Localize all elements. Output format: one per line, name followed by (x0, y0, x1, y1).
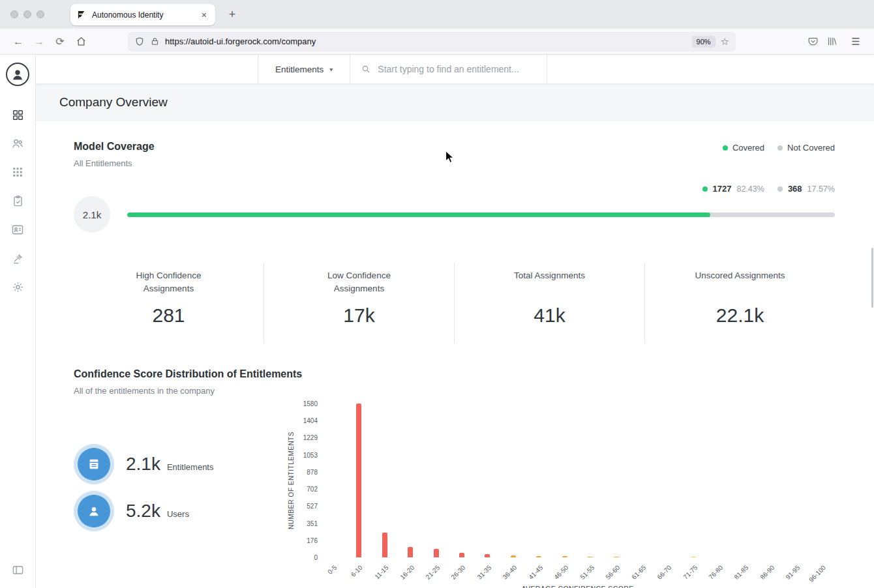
x-label-slot: 6-10 (346, 560, 371, 585)
sidebar-item-dashboard[interactable] (0, 100, 35, 129)
confidence-distribution-chart: NUMBER OF ENTITLEMENTS 01763515277028781… (289, 401, 835, 588)
stat-value: 281 (74, 304, 264, 327)
bar-71-75 (691, 557, 696, 557)
search-icon (361, 64, 371, 74)
x-label-slot: 71-75 (680, 560, 706, 585)
page-title: Company Overview (59, 95, 168, 110)
bookmark-star-icon[interactable]: ☆ (721, 36, 729, 48)
x-label-slot: 11-15 (372, 560, 397, 585)
url-text[interactable]: https://autoid-ui.forgerock.com/company (165, 37, 687, 46)
bar-slot (578, 404, 603, 557)
chevron-down-icon: ▾ (329, 66, 333, 73)
sidebar-item-certifications[interactable] (0, 186, 35, 215)
entity-type-dropdown[interactable]: Entitlements ▾ (258, 55, 350, 83)
library-icon[interactable] (826, 36, 837, 47)
lock-icon[interactable] (150, 37, 160, 46)
y-tick-label: 702 (307, 486, 318, 493)
not-covered-pct: 17.57% (807, 184, 835, 194)
entitlement-search[interactable] (350, 55, 547, 83)
x-label-slot: 96-100 (809, 560, 835, 585)
sidebar-collapse-icon[interactable] (0, 555, 35, 584)
x-label-slot: 56-60 (603, 560, 629, 585)
pocket-icon[interactable] (807, 36, 819, 47)
x-tick-label: 41-45 (527, 564, 544, 581)
sidebar-item-rules[interactable] (0, 244, 35, 272)
model-coverage-subtitle: All Entitlements (74, 158, 155, 168)
x-label-slot: 0-5 (320, 560, 346, 585)
covered-count-dot (702, 186, 708, 192)
x-label-slot: 76-80 (706, 560, 732, 585)
new-tab-button[interactable]: + (224, 7, 241, 23)
y-tick-label: 878 (307, 468, 318, 475)
x-tick-label: 76-80 (707, 564, 724, 581)
y-tick-label: 527 (307, 503, 318, 510)
url-bar[interactable]: https://autoid-ui.forgerock.com/company … (128, 32, 736, 51)
stat-label: Unscored Assignments (691, 269, 789, 298)
x-tick-label: 0-5 (327, 564, 339, 576)
bar-6-10 (356, 404, 361, 557)
covered-pct: 82.43% (736, 184, 764, 194)
back-button[interactable]: ← (8, 33, 29, 51)
x-tick-label: 71-75 (682, 564, 699, 581)
stat-label: Low Confidence Assignments (310, 269, 408, 298)
model-coverage-section: Model Coverage All Entitlements Covered … (74, 121, 835, 344)
y-tick-label: 1229 (303, 434, 318, 441)
entitlements-label: Entitlements (167, 462, 214, 472)
bar-slot (758, 404, 783, 557)
zoom-level-badge[interactable]: 90% (692, 36, 716, 48)
tab-close-icon[interactable]: × (200, 10, 209, 20)
y-tick-label: 176 (307, 537, 318, 544)
legend-covered-label: Covered (732, 143, 764, 153)
bar-slot (397, 404, 423, 557)
home-button[interactable] (70, 33, 91, 51)
y-tick-label: 1053 (303, 451, 318, 458)
bar-slot (500, 404, 526, 557)
total-entitlements-badge: 2.1k (74, 196, 110, 233)
sidebar-item-settings[interactable] (0, 272, 35, 301)
menu-hamburger-icon[interactable]: ☰ (845, 33, 866, 51)
tracking-shield-icon[interactable] (134, 37, 145, 47)
stat-value: 17k (264, 304, 454, 327)
x-tick-label: 16-20 (399, 564, 415, 581)
zoom-window-button[interactable] (37, 10, 44, 18)
covered-count: 1727 (713, 184, 732, 194)
minimize-window-button[interactable] (23, 10, 31, 18)
browser-tab[interactable]: Autonomous Identity × (70, 4, 215, 25)
bar-slot (706, 404, 732, 557)
sidebar-item-entitlements[interactable] (0, 215, 35, 244)
stat-total-assignments: Total Assignments 41k (454, 263, 644, 344)
reload-button[interactable]: ⟳ (50, 33, 70, 51)
users-label: Users (167, 509, 189, 519)
bar-16-20 (408, 547, 413, 557)
y-tick-label: 0 (314, 554, 318, 561)
chart-y-ticks: 01763515277028781053122914041580 (298, 404, 318, 557)
bar-31-35 (485, 554, 490, 557)
assignment-stats: High Confidence Assignments 281 Low Conf… (74, 263, 835, 344)
x-tick-label: 56-60 (605, 564, 622, 581)
entitlements-count: 2.1k (126, 454, 160, 475)
macos-traffic-lights[interactable] (10, 10, 44, 18)
sidebar-item-identities[interactable] (0, 129, 35, 158)
bar-slot (680, 404, 706, 557)
scrollbar-thumb[interactable] (871, 248, 873, 308)
x-label-slot: 36-40 (500, 560, 526, 585)
x-label-slot: 51-55 (578, 560, 603, 585)
covered-dot (723, 145, 728, 151)
close-window-button[interactable] (10, 10, 18, 18)
x-label-slot: 91-95 (783, 560, 809, 585)
coverage-bar-track (127, 213, 835, 217)
sidebar-item-applications[interactable] (0, 158, 35, 186)
bar-slot (526, 404, 552, 557)
bar-slot (346, 404, 371, 557)
bar-slot (655, 404, 680, 557)
stat-value: 41k (455, 304, 644, 327)
coverage-bar-fill (127, 213, 710, 217)
bar-36-40 (511, 555, 516, 557)
user-avatar[interactable] (6, 63, 29, 86)
x-label-slot: 31-35 (475, 560, 500, 585)
x-tick-label: 51-55 (579, 564, 595, 581)
forward-button[interactable]: → (29, 33, 50, 51)
y-tick-label: 1404 (303, 417, 318, 424)
x-label-slot: 26-30 (449, 560, 474, 585)
search-input[interactable] (378, 64, 536, 74)
